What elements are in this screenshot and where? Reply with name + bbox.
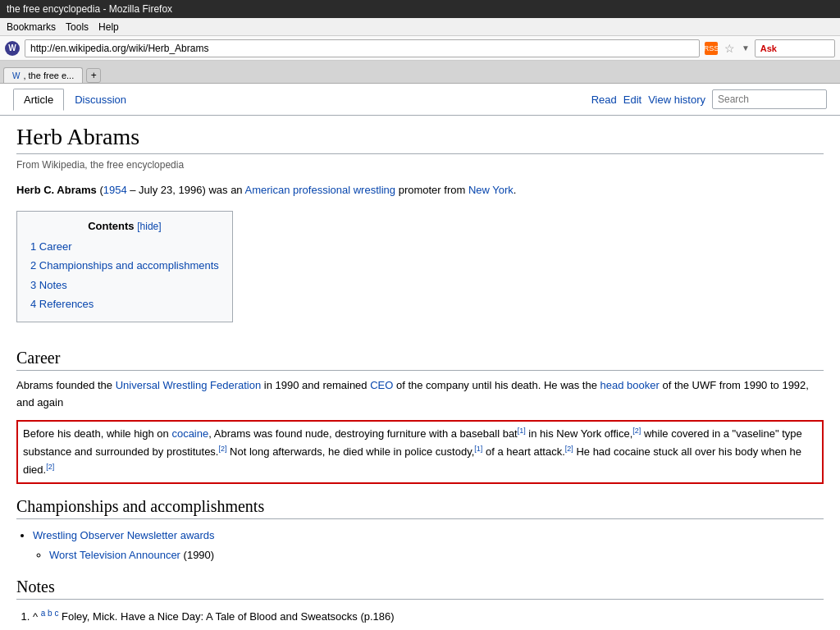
toc-link-notes[interactable]: 3 Notes bbox=[30, 279, 67, 291]
toc-item-2: 2 Championships and accomplishments bbox=[30, 256, 219, 275]
url-input[interactable] bbox=[25, 39, 700, 57]
intro-bold-name: Herb C. Abrams bbox=[16, 184, 97, 196]
toc-item-1: 1 Career bbox=[30, 237, 219, 256]
tab-article[interactable]: Article bbox=[13, 89, 64, 111]
uwf-link[interactable]: Universal Wrestling Federation bbox=[116, 379, 262, 391]
championships-list: Wrestling Observer Newsletter awards Wor… bbox=[33, 526, 824, 564]
ref-1a: [1] bbox=[518, 427, 526, 435]
menu-tools[interactable]: Tools bbox=[66, 21, 89, 33]
title-bar: the free encyclopedia - Mozilla Firefox bbox=[0, 0, 840, 18]
toc-link-championships[interactable]: 2 Championships and accomplishments bbox=[30, 259, 219, 272]
menu-help[interactable]: Help bbox=[98, 21, 119, 33]
ref-2b: [2] bbox=[218, 445, 226, 453]
wiki-nav-left: Article Discussion bbox=[13, 89, 137, 110]
rss-icon[interactable]: RSS bbox=[705, 42, 718, 55]
won-link[interactable]: Wrestling Observer Newsletter awards bbox=[33, 529, 215, 541]
page-title: Herb Abrams bbox=[16, 124, 824, 154]
cocaine-link[interactable]: cocaine bbox=[171, 427, 208, 440]
toc-item-4: 4 References bbox=[30, 294, 219, 313]
worst-tv-link[interactable]: Worst Television Announcer bbox=[49, 549, 180, 561]
head-booker-link[interactable]: head booker bbox=[600, 379, 660, 391]
note-item-2: ^ a b c d Williams, Steve. Steve William… bbox=[33, 627, 824, 630]
note-1-caret: ^ bbox=[33, 610, 41, 623]
toc-link-references[interactable]: 4 References bbox=[30, 298, 94, 310]
sub-award-item-1: Worst Television Announcer (1990) bbox=[49, 546, 824, 564]
intro-rest: promoter from bbox=[399, 184, 466, 196]
intro-end: . bbox=[514, 184, 517, 196]
view-history-link[interactable]: View history bbox=[648, 94, 705, 106]
browser-title: the free encyclopedia - Mozilla Firefox bbox=[7, 3, 172, 15]
toc-hide-button[interactable]: [hide] bbox=[137, 221, 161, 232]
ask-input[interactable] bbox=[780, 43, 829, 54]
read-link[interactable]: Read bbox=[591, 94, 617, 106]
address-bar: W RSS ☆ ▼ Ask bbox=[0, 36, 840, 61]
tab-discussion[interactable]: Discussion bbox=[64, 89, 137, 110]
toc-link-career[interactable]: 1 Career bbox=[30, 240, 72, 253]
notes-list: ^ a b c Foley, Mick. Have a Nice Day: A … bbox=[33, 606, 824, 630]
intro-paragraph: Herb C. Abrams (1954 – July 23, 1996) wa… bbox=[16, 182, 824, 199]
ask-logo: Ask bbox=[760, 43, 777, 53]
sub-awards-list: Worst Television Announcer (1990) bbox=[49, 546, 824, 564]
ref-1b: [1] bbox=[474, 445, 482, 453]
menu-bookmarks[interactable]: Bookmarks bbox=[7, 21, 56, 33]
career-paragraph1: Abrams founded the Universal Wrestling F… bbox=[16, 377, 824, 412]
career-heading: Career bbox=[16, 349, 824, 371]
bookmark-star-icon[interactable]: ☆ bbox=[723, 42, 737, 55]
tabs-bar: W , the free e... + bbox=[0, 61, 840, 84]
note-1-text: Foley, Mick. Have a Nice Day: A Tale of … bbox=[62, 610, 395, 623]
dropdown-icon[interactable]: ▼ bbox=[742, 43, 750, 52]
notes-heading: Notes bbox=[16, 578, 824, 600]
ref-2c: [2] bbox=[565, 445, 573, 453]
browser-icon: W bbox=[5, 41, 20, 56]
worst-tv-year: (1990) bbox=[184, 549, 215, 561]
new-tab-button[interactable]: + bbox=[86, 68, 101, 83]
note-1-letters: a b c bbox=[41, 609, 59, 618]
ceo-link[interactable]: CEO bbox=[370, 379, 393, 391]
intro-profession-link[interactable]: American professional wrestling bbox=[245, 184, 396, 196]
note-item-1: ^ a b c Foley, Mick. Have a Nice Day: A … bbox=[33, 606, 824, 627]
tab-label: , the free e... bbox=[23, 71, 74, 80]
championship-item-1: Wrestling Observer Newsletter awards Wor… bbox=[33, 526, 824, 564]
wiki-nav-right: Read Edit View history bbox=[591, 89, 827, 109]
from-wikipedia: From Wikipedia, the free encyclopedia bbox=[16, 159, 824, 171]
edit-link[interactable]: Edit bbox=[623, 94, 641, 106]
championships-heading: Championships and accomplishments bbox=[16, 497, 824, 519]
menu-bar: Bookmarks Tools Help bbox=[0, 18, 840, 36]
intro-location-link[interactable]: New York bbox=[468, 184, 514, 196]
highlighted-paragraph: Before his death, while high on cocaine,… bbox=[16, 420, 824, 484]
ask-search-box[interactable]: Ask bbox=[755, 39, 835, 57]
wiki-content: Herb Abrams From Wikipedia, the free enc… bbox=[0, 116, 840, 630]
intro-death-date: – July 23, 1996) was an bbox=[130, 184, 242, 196]
ref-2d: [2] bbox=[46, 463, 54, 471]
tab-favicon: W bbox=[12, 71, 20, 80]
table-of-contents: Contents [hide] 1 Career 2 Championships… bbox=[16, 211, 233, 323]
intro-year-link[interactable]: 1954 bbox=[103, 184, 127, 196]
browser-tab-wikipedia[interactable]: W , the free e... bbox=[3, 67, 83, 83]
toc-list: 1 Career 2 Championships and accomplishm… bbox=[30, 237, 219, 314]
toc-title: Contents [hide] bbox=[30, 220, 219, 232]
wiki-page: Article Discussion Read Edit View histor… bbox=[0, 84, 840, 630]
wiki-nav: Article Discussion Read Edit View histor… bbox=[0, 84, 840, 116]
wiki-search-input[interactable] bbox=[712, 89, 827, 109]
ref-2a: [2] bbox=[632, 427, 641, 435]
toc-item-3: 3 Notes bbox=[30, 276, 219, 294]
